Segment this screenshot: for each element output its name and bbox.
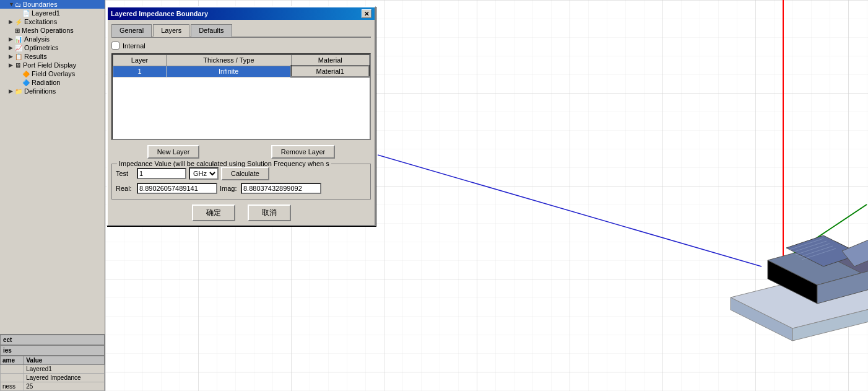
properties-table: ame Value Layered1 Layered Impedance nes…: [0, 356, 105, 391]
tree-item-mesh[interactable]: ⊞ Mesh Operations: [0, 26, 105, 35]
left-sidebar: ▼ 🗂 Boundaries 📄 Layered1 ▶ ⚡ Excitation…: [0, 0, 105, 391]
portfield-icon: 🖥: [15, 62, 21, 69]
cancel-button[interactable]: 取消: [248, 204, 291, 221]
expand-boundaries[interactable]: ▼: [9, 1, 15, 7]
property-panels: ect ies ame Value Layered1 Layered Imped…: [0, 334, 105, 391]
close-button[interactable]: ✕: [362, 9, 371, 18]
prop-row-1: Layered1: [1, 365, 105, 374]
excitations-icon: ⚡: [15, 19, 22, 25]
imag-input[interactable]: [241, 183, 321, 194]
col-material: Material: [291, 55, 369, 66]
dialog-footer: 确定 取消: [111, 204, 371, 221]
tree-item-boundaries[interactable]: ▼ 🗂 Boundaries: [0, 0, 105, 9]
dialog-body: General Layers Defaults Internal Layer T…: [108, 20, 375, 225]
radiation-icon: 🔷: [22, 79, 30, 86]
tree-item-optimetrics[interactable]: ▶ 📈 Optimetrics: [0, 43, 105, 52]
impedance-group-box: Impedance Value (will be calculated usin…: [111, 164, 371, 200]
mesh-icon: ⊞: [15, 27, 20, 34]
col-thickness: Thickness / Type: [166, 55, 291, 66]
tab-bar: General Layers Defaults: [111, 24, 371, 38]
tree-item-excitations[interactable]: ▶ ⚡ Excitations: [0, 17, 105, 26]
expand-portfield[interactable]: ▶: [9, 62, 15, 68]
real-imag-row: Real: Imag:: [116, 183, 367, 194]
cell-material[interactable]: Material1: [291, 66, 369, 77]
prop-name-col: ame: [1, 356, 24, 365]
test-label: Test: [116, 170, 134, 177]
tree-item-definitions[interactable]: ▶ 📁 Definitions: [0, 87, 105, 95]
tree-item-radiation[interactable]: 🔷 Radiation: [0, 78, 105, 87]
tab-general[interactable]: General: [111, 24, 152, 37]
new-layer-button[interactable]: New Layer: [147, 145, 200, 159]
tree-item-layered1[interactable]: 📄 Layered1: [0, 9, 105, 17]
layers-table: Layer Thickness / Type Material 1 Infini…: [113, 55, 370, 77]
expand-definitions[interactable]: ▶: [9, 88, 15, 94]
test-input[interactable]: [137, 168, 186, 179]
expand-optimetrics[interactable]: ▶: [9, 45, 15, 51]
expand-results[interactable]: ▶: [9, 53, 15, 59]
freq-unit-select[interactable]: GHz: [189, 167, 219, 180]
test-row: Test GHz Calculate: [116, 167, 367, 180]
col-layer: Layer: [113, 55, 167, 66]
layered1-icon: 📄: [22, 10, 30, 17]
prop-row-2: Layered Impedance: [1, 374, 105, 382]
boundaries-icon: 🗂: [15, 1, 21, 8]
tab-defaults[interactable]: Defaults: [191, 24, 232, 37]
tree-item-fieldoverlays[interactable]: 🔶 Field Overlays: [0, 69, 105, 78]
dialog-titlebar: Layered Impedance Boundary ✕: [108, 7, 375, 20]
real-input[interactable]: [137, 183, 217, 194]
table-header-row: Layer Thickness / Type Material: [113, 55, 370, 66]
tab-layers[interactable]: Layers: [153, 24, 189, 37]
table-row[interactable]: 1 Infinite Material1: [113, 66, 370, 77]
ok-button[interactable]: 确定: [192, 204, 235, 221]
optimetrics-icon: 📈: [15, 45, 22, 51]
expand-excitations[interactable]: ▶: [9, 19, 15, 25]
remove-layer-button[interactable]: Remove Layer: [271, 145, 336, 159]
internal-checkbox[interactable]: [111, 42, 119, 50]
tree-item-results[interactable]: ▶ 📋 Results: [0, 52, 105, 61]
real-label: Real:: [116, 185, 134, 192]
type-panel-header: ies: [0, 345, 105, 356]
calculate-button[interactable]: Calculate: [221, 167, 269, 180]
expand-analysis[interactable]: ▶: [9, 36, 15, 42]
cell-layer-num: 1: [113, 66, 167, 77]
fieldoverlays-icon: 🔶: [22, 71, 30, 77]
select-panel-header: ect: [0, 335, 105, 345]
results-icon: 📋: [15, 53, 22, 60]
definitions-icon: 📁: [15, 88, 22, 95]
dialog-title: Layered Impedance Boundary: [111, 10, 208, 17]
prop-row-3: ness 25: [1, 382, 105, 391]
layer-buttons-row: New Layer Remove Layer: [111, 145, 371, 159]
cell-thickness: Infinite: [166, 66, 291, 77]
impedance-group-label: Impedance Value (will be calculated usin…: [117, 160, 331, 167]
dialog-layered-impedance: Layered Impedance Boundary ✕ General Lay…: [106, 6, 376, 226]
internal-checkbox-row: Internal: [111, 42, 371, 50]
analysis-icon: 📊: [15, 36, 22, 43]
internal-label: Internal: [123, 42, 145, 50]
layers-table-container[interactable]: Layer Thickness / Type Material 1 Infini…: [111, 53, 371, 140]
imag-label: Imag:: [220, 185, 238, 192]
tree-item-analysis[interactable]: ▶ 📊 Analysis: [0, 35, 105, 43]
prop-value-col: Value: [24, 356, 105, 365]
tree-item-portfield[interactable]: ▶ 🖥 Port Field Display: [0, 61, 105, 69]
